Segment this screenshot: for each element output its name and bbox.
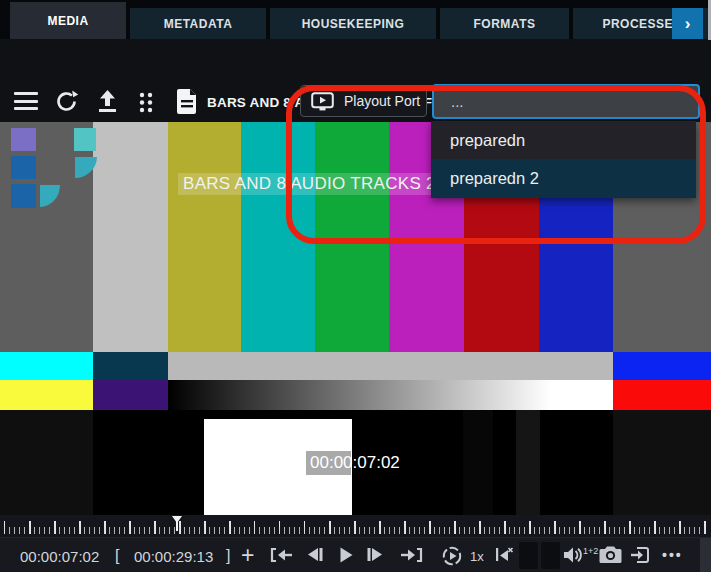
playout-port-dropdown: preparedn preparedn 2 (431, 121, 696, 198)
color-bar (0, 380, 93, 410)
tab-metadata[interactable]: METADATA (130, 8, 266, 39)
speed-value[interactable]: 1x (470, 549, 484, 564)
playhead-marker[interactable] (171, 516, 183, 532)
tab-housekeeping[interactable]: HOUSEKEEPING (270, 8, 436, 39)
color-bar (93, 352, 168, 380)
color-bar (613, 352, 711, 380)
out-point-bracket[interactable]: ] (226, 547, 230, 565)
color-bar (93, 380, 168, 410)
dropdown-option-preparedn-2[interactable]: preparedn 2 (431, 159, 696, 198)
playout-port-button[interactable]: Playout Port (300, 85, 427, 117)
option-label: preparedn 2 (450, 169, 539, 188)
transport-bar: 00:00:07:02 [ 00:00:29:13 ] + (0, 537, 711, 572)
select-value: ... (451, 93, 464, 110)
audio-meter-right (541, 542, 560, 569)
camera-icon[interactable] (599, 545, 622, 564)
grid-dots-icon[interactable] (138, 91, 154, 114)
pluge-strip (613, 410, 711, 515)
color-bar (315, 122, 389, 352)
logo-square (74, 128, 96, 151)
color-bar (241, 122, 315, 352)
play-icon[interactable] (338, 547, 354, 563)
audio-channel-label: 1+2 (583, 546, 598, 556)
logo-square (11, 184, 36, 208)
dropdown-option-preparedn[interactable]: preparedn (431, 121, 696, 159)
goto-in-icon[interactable] (269, 547, 295, 563)
pluge-strip (0, 410, 93, 515)
step-back-icon[interactable] (305, 547, 324, 562)
playout-port-select[interactable]: ... (432, 84, 700, 119)
tab-media-label: MEDIA (47, 14, 88, 28)
scrollbar-strip[interactable] (700, 538, 711, 572)
grayscale-gradient-bar (168, 380, 613, 410)
logo-square (11, 128, 36, 151)
tabs-overflow-button[interactable]: › (672, 8, 703, 39)
speaker-icon[interactable] (563, 546, 582, 564)
document-icon (176, 88, 199, 115)
color-bar (0, 352, 93, 380)
ruler-minor-ticks (4, 527, 709, 534)
tab-bar: MEDIA METADATA HOUSEKEEPING FORMATS PROC… (0, 0, 711, 39)
logo-square (11, 156, 36, 179)
upload-icon[interactable] (95, 89, 120, 114)
audio-meter-left (519, 542, 538, 569)
current-timecode: 00:00:07:02 (20, 548, 99, 565)
color-bar (93, 122, 168, 352)
in-point-bracket[interactable]: [ (115, 547, 119, 565)
plus-icon[interactable]: + (241, 542, 254, 569)
tab-metadata-label: METADATA (164, 17, 233, 31)
color-bar (168, 352, 613, 380)
goto-out-icon[interactable] (398, 547, 424, 563)
step-forward-icon[interactable] (366, 547, 385, 562)
mute-marker-icon[interactable] (494, 546, 514, 564)
monitor-play-icon (311, 92, 334, 111)
refresh-icon[interactable] (54, 89, 79, 114)
tab-processes-label: PROCESSES (602, 17, 681, 31)
import-icon[interactable] (630, 546, 650, 564)
option-label: preparedn (450, 131, 525, 150)
media-player-window: MEDIA METADATA HOUSEKEEPING FORMATS PROC… (0, 0, 711, 572)
video-burnin-timecode: 00:00:07:02 (306, 451, 404, 475)
pluge-strip (516, 410, 540, 515)
tab-formats[interactable]: FORMATS (440, 8, 569, 39)
clip-duration-timecode: 00:00:29:13 (134, 548, 213, 565)
tab-formats-label: FORMATS (474, 17, 536, 31)
tab-housekeeping-label: HOUSEKEEPING (302, 17, 405, 31)
color-bar (613, 380, 711, 410)
pluge-strip (463, 410, 493, 515)
playout-port-label: Playout Port (344, 93, 420, 109)
timeline-ruler[interactable] (0, 515, 711, 537)
ellipsis-icon[interactable]: ••• (662, 547, 683, 563)
speed-loop-icon[interactable] (441, 545, 463, 567)
video-burnin-title: BARS AND 8 AUDIO TRACKS 2 (178, 173, 441, 195)
color-bar (168, 122, 241, 352)
hamburger-icon[interactable] (14, 92, 38, 115)
tab-media[interactable]: MEDIA (10, 2, 126, 39)
chevron-right-icon: › (685, 14, 691, 34)
